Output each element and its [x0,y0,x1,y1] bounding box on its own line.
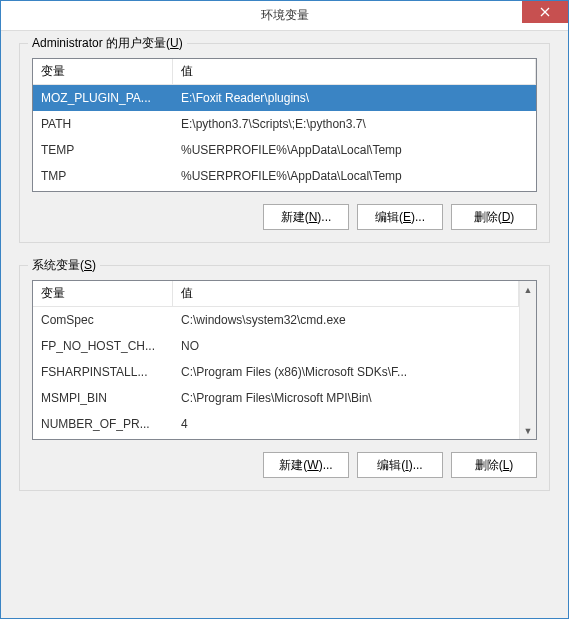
table-row[interactable]: TMP%USERPROFILE%\AppData\Local\Temp [33,163,536,189]
user-vars-buttons: 新建(N)... 编辑(E)... 删除(D) [32,204,537,230]
cell-val: 4 [173,413,519,435]
user-vars-body: MOZ_PLUGIN_PA...E:\Foxit Reader\plugins\… [33,85,536,189]
cell-var: TEMP [33,139,173,161]
user-vars-title-pre: Administrator 的用户变量( [32,36,170,50]
window-title: 环境变量 [1,7,568,24]
col-header-val[interactable]: 值 [173,281,519,306]
table-row[interactable]: ComSpecC:\windows\system32\cmd.exe [33,307,519,333]
cell-var: PATH [33,113,173,135]
sys-vars-buttons: 新建(W)... 编辑(I)... 删除(L) [32,452,537,478]
user-new-button[interactable]: 新建(N)... [263,204,349,230]
sys-vars-title-pre: 系统变量( [32,258,84,272]
sys-new-button[interactable]: 新建(W)... [263,452,349,478]
user-edit-button[interactable]: 编辑(E)... [357,204,443,230]
sys-delete-button[interactable]: 删除(L) [451,452,537,478]
scroll-down-icon[interactable]: ▼ [522,424,535,437]
user-vars-listview[interactable]: 变量 值 MOZ_PLUGIN_PA...E:\Foxit Reader\plu… [32,58,537,192]
col-header-var[interactable]: 变量 [33,59,173,84]
sys-vars-group: 系统变量(S) 变量 值 ComSpecC:\windows\system32\… [19,265,550,491]
cell-var: ComSpec [33,309,173,331]
user-delete-button[interactable]: 删除(D) [451,204,537,230]
table-row[interactable]: PATHE:\python3.7\Scripts\;E:\python3.7\ [33,111,536,137]
user-vars-title: Administrator 的用户变量(U) [28,35,187,52]
env-vars-dialog: 环境变量 Administrator 的用户变量(U) 变量 值 [0,0,569,619]
cell-var: FP_NO_HOST_CH... [33,335,173,357]
col-header-val[interactable]: 值 [173,59,536,84]
user-vars-title-post: ) [179,36,183,50]
sys-vars-title-key: S [84,258,92,272]
cell-var: TMP [33,165,173,187]
table-row[interactable]: MOZ_PLUGIN_PA...E:\Foxit Reader\plugins\ [33,85,536,111]
table-row[interactable]: NUMBER_OF_PR...4 [33,411,519,437]
col-header-var[interactable]: 变量 [33,281,173,306]
cell-var: NUMBER_OF_PR... [33,413,173,435]
cell-val: %USERPROFILE%\AppData\Local\Temp [173,165,536,187]
user-vars-group: Administrator 的用户变量(U) 变量 值 MOZ_PLUGIN_P… [19,43,550,243]
cell-val: C:\windows\system32\cmd.exe [173,309,519,331]
user-vars-header: 变量 值 [33,59,536,85]
cell-val: %USERPROFILE%\AppData\Local\Temp [173,139,536,161]
titlebar: 环境变量 [1,1,568,31]
sys-vars-body: ComSpecC:\windows\system32\cmd.exeFP_NO_… [33,307,519,437]
cell-var: MOZ_PLUGIN_PA... [33,87,173,109]
table-row[interactable]: FSHARPINSTALL...C:\Program Files (x86)\M… [33,359,519,385]
close-icon [540,7,550,17]
sys-vars-listview[interactable]: 变量 值 ComSpecC:\windows\system32\cmd.exeF… [32,280,537,440]
cell-val: NO [173,335,519,357]
sys-vars-title-post: ) [92,258,96,272]
sys-edit-button[interactable]: 编辑(I)... [357,452,443,478]
table-row[interactable]: FP_NO_HOST_CH...NO [33,333,519,359]
cell-val: C:\Program Files (x86)\Microsoft SDKs\F.… [173,361,519,383]
sys-scrollbar[interactable]: ▲ ▼ [519,281,536,439]
table-row[interactable]: TEMP%USERPROFILE%\AppData\Local\Temp [33,137,536,163]
user-vars-title-key: U [170,36,179,50]
sys-vars-header: 变量 值 [33,281,519,307]
scroll-up-icon[interactable]: ▲ [522,283,535,296]
cell-var: MSMPI_BIN [33,387,173,409]
sys-vars-title: 系统变量(S) [28,257,100,274]
cell-val: E:\python3.7\Scripts\;E:\python3.7\ [173,113,536,135]
dialog-content: Administrator 的用户变量(U) 变量 值 MOZ_PLUGIN_P… [1,31,568,618]
cell-val: C:\Program Files\Microsoft MPI\Bin\ [173,387,519,409]
close-button[interactable] [522,1,568,23]
cell-val: E:\Foxit Reader\plugins\ [173,87,536,109]
cell-var: FSHARPINSTALL... [33,361,173,383]
table-row[interactable]: MSMPI_BINC:\Program Files\Microsoft MPI\… [33,385,519,411]
